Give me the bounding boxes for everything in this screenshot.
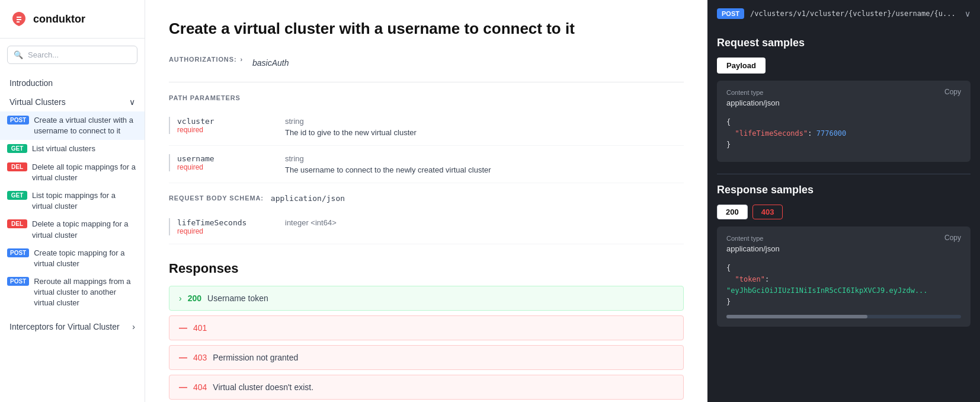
sidebar-item-introduction[interactable]: Introduction (0, 74, 145, 92)
conduktor-logo-icon (9, 9, 28, 28)
chevron-right-200-icon: › (179, 293, 182, 303)
copy-button[interactable]: Copy (944, 88, 961, 96)
responses-title: Responses (169, 261, 684, 276)
create-virtual-cluster-label: Create a virtual cluster with a username… (34, 115, 137, 136)
response-copy-button[interactable]: Copy (944, 234, 961, 242)
get-badge-2: GET (7, 191, 27, 200)
del-badge: DEL (7, 162, 27, 171)
page-title: Create a virtual cluster with a username… (169, 19, 684, 39)
list-topic-mappings-label: List topic mappings for a virtual cluste… (32, 190, 137, 212)
chevron-right-auth-icon[interactable]: › (240, 56, 243, 63)
sidebar: conduktor 🔍 Search... Introduction Virtu… (0, 0, 145, 402)
sidebar-item-delete-topic-mapping[interactable]: DEL Delete a topic mapping for a virtual… (0, 215, 145, 244)
post-badge: POST (7, 116, 29, 125)
search-icon: 🔍 (14, 50, 23, 59)
response-label-403: Permission not granted (213, 353, 298, 362)
response-tab-200[interactable]: 200 (717, 205, 748, 219)
content-type-label: Content type (726, 89, 780, 96)
sidebar-item-interceptors[interactable]: Interceptors for Virtual Cluster › (0, 317, 145, 336)
response-code-401: 401 (193, 323, 207, 333)
chevron-down-icon: ∨ (129, 97, 135, 107)
response-label-200: Username token (207, 293, 268, 303)
token-value: "eyJhbGciOiJIUzI1NiIsInR5cCI6IkpXVCJ9.ey… (726, 286, 928, 295)
response-tab-403[interactable]: 403 (752, 205, 783, 219)
response-code-block: { "token": "eyJhbGciOiJIUzI1NiIsInR5cCI6… (726, 260, 961, 311)
request-samples-section: Request samples Payload Content type app… (707, 27, 980, 174)
search-bar[interactable]: 🔍 Search... (7, 46, 137, 64)
response-samples-section: Response samples 200 403 Content type ap… (707, 174, 980, 339)
response-item-200[interactable]: › 200 Username token (169, 286, 684, 311)
sidebar-item-create-virtual-cluster[interactable]: POST Create a virtual cluster with a use… (0, 111, 145, 140)
response-samples-title: Response samples (717, 184, 971, 196)
response-item-404[interactable]: — 404 Virtual cluster doesn't exist. (169, 375, 684, 400)
logo-text: conduktor (33, 13, 85, 25)
search-placeholder: Search... (28, 50, 59, 59)
sidebar-item-create-topic-mapping[interactable]: POST Create topic mapping for a virtual … (0, 244, 145, 273)
response-code-404: 404 (193, 382, 207, 392)
scrollbar-thumb (726, 315, 867, 318)
del-badge-2: DEL (7, 219, 27, 228)
path-params-label: PATH PARAMETERS (169, 94, 684, 101)
chevron-down-endpoint-icon[interactable]: ∨ (965, 9, 971, 18)
response-label-404: Virtual cluster doesn't exist. (213, 382, 313, 392)
request-content-type-box: Content type application/json Copy { "li… (717, 81, 971, 162)
endpoint-text: /vclusters/v1/vcluster/{vcluster}/userna… (750, 9, 959, 18)
sidebar-item-list-virtual-clusters[interactable]: GET List virtual clusters (0, 140, 145, 158)
response-tabs: 200 403 (717, 205, 971, 219)
response-item-403[interactable]: — 403 Permission not granted (169, 345, 684, 370)
dash-403-icon: — (179, 353, 187, 362)
sidebar-item-list-topic-mappings[interactable]: GET List topic mappings for a virtual cl… (0, 187, 145, 215)
token-key: "token" (735, 275, 765, 283)
response-content-type-value: application/json (726, 244, 780, 253)
scrollbar[interactable] (726, 315, 961, 318)
response-code-403: 403 (193, 353, 207, 362)
param-name-lifetime: lifeTimeSeconds (177, 218, 276, 227)
param-row-vcluster: vcluster required string The id to give … (169, 109, 684, 146)
param-required-lifetime: required (177, 227, 276, 235)
post-badge-right: POST (717, 8, 744, 19)
param-desc-vcluster: The id to give to the new virtual cluste… (285, 128, 684, 137)
request-code-block: { "lifeTimeSeconds": 7776000 } (726, 114, 961, 154)
lifetime-value: 7776000 (816, 129, 847, 138)
authorizations-label: AUTHORIZATIONS: › (169, 56, 243, 63)
post-badge-2: POST (7, 248, 29, 257)
param-name-username: username (177, 154, 276, 163)
dash-401-icon: — (179, 323, 187, 333)
schema-value: application/json (271, 194, 345, 203)
delete-topic-mapping-label: Delete a topic mapping for a virtual clu… (32, 219, 137, 240)
response-content-type-box: Content type application/json Copy { "to… (717, 226, 971, 327)
dash-404-icon: — (179, 382, 187, 392)
param-row-lifetime: lifeTimeSeconds required integer <int64> (169, 210, 684, 244)
param-row-username: username required string The username to… (169, 146, 684, 183)
auth-value: basicAuth (252, 58, 289, 68)
get-badge: GET (7, 144, 27, 153)
sidebar-item-reroute-mappings[interactable]: POST Reroute all mappings from a virtual… (0, 273, 145, 312)
param-required-vcluster: required (177, 126, 276, 134)
response-content-type-label: Content type (726, 235, 780, 242)
interceptors-label: Interceptors for Virtual Cluster (9, 322, 120, 331)
lifetime-key: "lifeTimeSeconds" (735, 129, 808, 138)
response-item-401[interactable]: — 401 (169, 315, 684, 340)
payload-tab-button[interactable]: Payload (717, 58, 766, 74)
param-required-username: required (177, 163, 276, 171)
request-body-schema-row: REQUEST BODY SCHEMA: application/json (169, 194, 684, 203)
create-topic-mapping-label: Create topic mapping for a virtual clust… (34, 248, 137, 269)
virtual-clusters-label: Virtual Clusters (9, 97, 66, 107)
param-desc-username: The username to connect to the newly cre… (285, 165, 684, 174)
content-type-value: application/json (726, 98, 780, 107)
schema-label: REQUEST BODY SCHEMA: (169, 194, 264, 202)
request-samples-title: Request samples (717, 37, 971, 49)
param-type-vcluster: string (285, 117, 684, 126)
right-panel-header: POST /vclusters/v1/vcluster/{vcluster}/u… (707, 0, 980, 27)
post-badge-3: POST (7, 277, 29, 286)
sidebar-item-virtual-clusters[interactable]: Virtual Clusters ∨ (0, 92, 145, 111)
list-virtual-clusters-label: List virtual clusters (32, 143, 95, 154)
reroute-mappings-label: Reroute all mappings from a virtual clus… (34, 276, 137, 309)
right-panel: POST /vclusters/v1/vcluster/{vcluster}/u… (707, 0, 980, 402)
sidebar-nav: Introduction Virtual Clusters ∨ POST Cre… (0, 69, 145, 341)
sidebar-logo: conduktor (0, 0, 145, 39)
response-code-200: 200 (188, 293, 201, 303)
sidebar-item-delete-all-topic-mappings[interactable]: DEL Delete all topic mappings for a virt… (0, 158, 145, 187)
param-name-vcluster: vcluster (177, 117, 276, 126)
introduction-label: Introduction (9, 78, 53, 88)
